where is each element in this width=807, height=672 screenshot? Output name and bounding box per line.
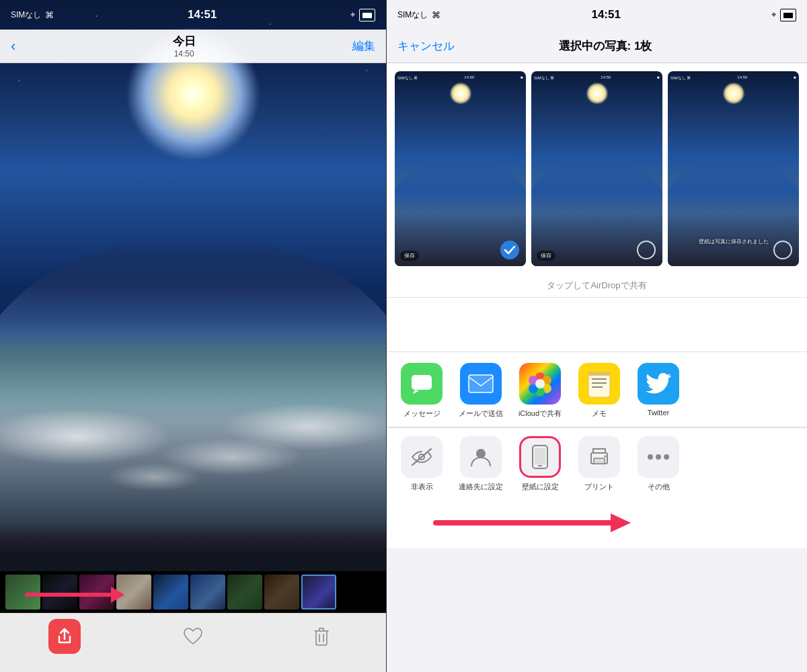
bluetooth-icon: ⌖ [350, 9, 355, 20]
share-button[interactable] [48, 620, 81, 653]
r-status-right: ⌖ [771, 9, 796, 22]
thumb-8[interactable] [264, 575, 299, 610]
share-item-messages[interactable]: メッセージ [395, 363, 449, 419]
selection-thumb-3[interactable]: SIMなし ⌘ 14:50 ■ 壁紙は写真に保存されました [668, 71, 799, 266]
right-status-bar: SIMなし ⌘ 14:51 ⌖ [387, 0, 807, 30]
bottom-toolbar [0, 613, 386, 672]
share-arrow [13, 581, 148, 608]
action-item-contact[interactable]: 連絡先に設定 [454, 436, 508, 492]
action-item-more[interactable]: その他 [631, 436, 685, 492]
r-battery-icon [780, 9, 796, 22]
notes-icon [578, 363, 620, 405]
clouds [0, 316, 386, 517]
r-status-time: 14:51 [591, 8, 620, 22]
svg-rect-0 [412, 375, 432, 390]
hide-icon-bg [401, 436, 443, 478]
mail-icon [460, 363, 502, 405]
thumb-7[interactable] [227, 575, 262, 610]
back-button[interactable]: ‹ [11, 38, 15, 55]
wifi-icon: ⌘ [45, 10, 54, 20]
action-item-wallpaper[interactable]: 壁紙に設定 [513, 436, 567, 492]
thumb3-status: SIMなし ⌘ 14:50 ■ [670, 75, 796, 83]
arrow-section [387, 503, 807, 548]
svg-point-26 [664, 454, 669, 460]
save-label-2: 保存 [537, 251, 555, 261]
mail-label: メールで送信 [459, 409, 503, 419]
thumb-5[interactable] [153, 575, 188, 610]
airdrop-hint: タップしてAirDropで共有 [387, 274, 807, 298]
share-item-icloud[interactable]: iCloudで共有 [513, 363, 567, 419]
photo-background [0, 0, 386, 571]
status-right: ⌖ [350, 9, 375, 22]
circle-2 [637, 241, 656, 259]
contact-icon-bg [460, 436, 502, 478]
edit-button[interactable]: 編集 [352, 38, 375, 54]
save-label-1: 保存 [400, 251, 419, 261]
right-nav-bar: キャンセル 選択中の写真: 1枚 [387, 30, 807, 63]
thumb1-status: SIMなし ⌘ 14:50 ■ [397, 75, 523, 83]
svg-marker-27 [611, 513, 631, 532]
circle-3 [773, 241, 792, 259]
thumb2-bg: SIMなし ⌘ 14:50 ■ [531, 71, 662, 266]
svg-rect-20 [538, 465, 542, 466]
left-status-bar: SIMなし ⌘ 14:51 ⌖ [0, 0, 386, 30]
battery-icon [359, 9, 375, 22]
svg-point-17 [476, 449, 486, 458]
mini-sun-1 [451, 83, 471, 103]
wallpaper-arrow [402, 503, 792, 543]
mini-sun-2 [587, 83, 607, 103]
thumb-9-selected[interactable] [301, 575, 336, 610]
selection-title: 選択中の写真: 1枚 [559, 38, 652, 54]
photo-selection-grid: SIMなし ⌘ 14:50 ■ 保存 SIMなし ⌘ 14:50 ■ [387, 63, 807, 274]
svg-point-24 [648, 454, 653, 460]
left-panel: SIMなし ⌘ 14:51 ⌖ ‹ 今日 14:50 編集 [0, 0, 387, 672]
contact-label: 連絡先に設定 [459, 482, 503, 492]
trash-button[interactable] [305, 620, 338, 653]
cancel-button[interactable]: キャンセル [397, 38, 455, 54]
right-panel: SIMなし ⌘ 14:51 ⌖ キャンセル 選択中の写真: 1枚 SIMなし ⌘… [387, 0, 807, 672]
svg-rect-10 [588, 373, 610, 397]
print-label: プリント [584, 482, 614, 492]
wallpaper-icon-bg [519, 436, 561, 478]
wallpaper-label: 壁紙に設定 [522, 482, 559, 492]
r-status-left: SIMなし ⌘ [397, 9, 440, 21]
checkmark-1 [500, 241, 519, 259]
nav-sub-title: 14:50 [173, 49, 196, 58]
svg-point-9 [535, 379, 545, 388]
share-item-twitter[interactable]: Twitter [631, 363, 685, 417]
thumb-6[interactable] [190, 575, 225, 610]
messages-icon [401, 363, 443, 405]
action-item-print[interactable]: プリント [572, 436, 626, 492]
selection-thumb-2[interactable]: SIMなし ⌘ 14:50 ■ 保存 [531, 71, 662, 266]
status-time: 14:51 [188, 8, 217, 22]
more-label: その他 [648, 482, 670, 492]
r-wifi-icon: ⌘ [432, 10, 440, 20]
notes-label: メモ [592, 409, 607, 419]
left-nav-bar: ‹ 今日 14:50 編集 [0, 30, 386, 63]
action-item-hide[interactable]: 非表示 [395, 436, 449, 492]
heart-button[interactable] [177, 620, 209, 653]
r-sim-label: SIMなし [397, 9, 428, 21]
icloud-label: iCloudで共有 [518, 409, 562, 419]
svg-point-25 [656, 454, 661, 460]
r-bluetooth-icon: ⌖ [771, 9, 776, 20]
thumb1-bg: SIMなし ⌘ 14:50 ■ [395, 71, 526, 266]
share-item-notes[interactable]: メモ [572, 363, 626, 419]
icloud-icon [519, 363, 561, 405]
mini-sun-3 [724, 83, 744, 103]
messages-label: メッセージ [404, 409, 440, 419]
status-left: SIMなし ⌘ [11, 9, 54, 21]
sim-label: SIMなし [11, 9, 41, 21]
thumb2-status: SIMなし ⌘ 14:50 ■ [534, 75, 660, 83]
share-item-mail[interactable]: メールで送信 [454, 363, 508, 419]
airdrop-devices-area [387, 298, 807, 351]
share-apps-row: メッセージ メールで送信 [387, 352, 807, 427]
share-actions-row: 非表示 連絡先に設定 壁紙に設定 [387, 427, 807, 503]
svg-rect-19 [535, 448, 545, 464]
more-icon-bg [638, 436, 679, 478]
print-icon-bg [578, 436, 620, 478]
twitter-icon [638, 363, 679, 405]
nav-title-group: 今日 14:50 [173, 34, 196, 58]
svg-rect-22 [594, 458, 605, 464]
selection-thumb-1[interactable]: SIMなし ⌘ 14:50 ■ 保存 [395, 71, 526, 266]
